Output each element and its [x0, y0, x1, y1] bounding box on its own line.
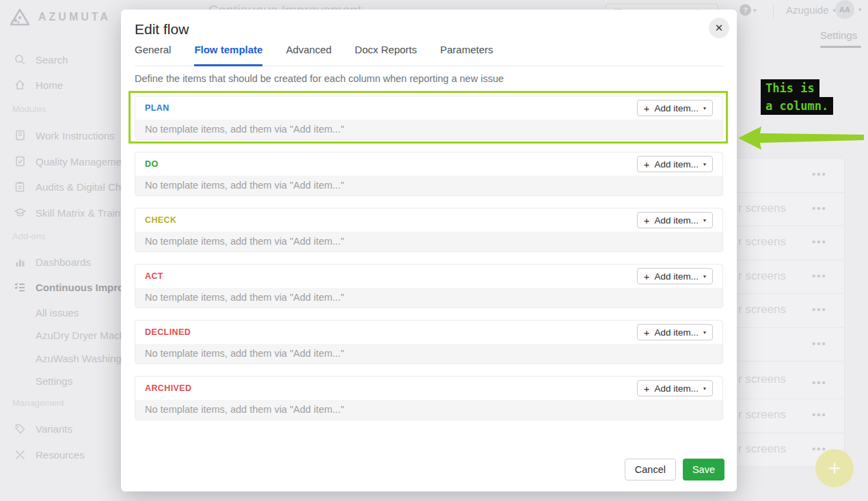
- empty-template-text: No template items, add them via "Add ite…: [135, 400, 722, 420]
- row-menu-icon[interactable]: •••: [812, 338, 827, 349]
- column-label: DECLINED: [145, 327, 191, 337]
- tab-general[interactable]: General: [135, 44, 171, 66]
- column-label: DO: [145, 159, 159, 169]
- add-item-label: Add item...: [654, 103, 699, 113]
- sidebar-item-work-instructions[interactable]: Work Instructions: [0, 128, 115, 143]
- row-menu-icon[interactable]: •••: [812, 303, 827, 315]
- empty-template-text: No template items, add them via "Add ite…: [135, 344, 722, 364]
- sidebar-item-dashboards[interactable]: Dashboards: [0, 254, 91, 269]
- row-menu-icon[interactable]: •••: [812, 270, 827, 282]
- column-label: ACT: [145, 271, 163, 281]
- modal-tabs: General Flow template Advanced Docx Repo…: [135, 44, 723, 66]
- brand-logo[interactable]: AZUMUTA: [10, 8, 111, 26]
- tab-flow-template[interactable]: Flow template: [194, 44, 262, 66]
- graduation-cap-icon: [14, 208, 26, 217]
- chevron-down-icon: ▾: [753, 7, 757, 14]
- sidebar-item-label: AzuWash Washing M: [36, 353, 133, 364]
- column-label: CHECK: [145, 215, 176, 225]
- sidebar-item-quality-management[interactable]: Quality Managemen: [0, 154, 127, 169]
- header-divider: [773, 5, 774, 18]
- brand-name: AZUMUTA: [38, 11, 111, 23]
- column-card-plan: PLAN +Add item...▾ No template items, ad…: [135, 96, 723, 140]
- add-item-button[interactable]: +Add item...▾: [637, 212, 713, 228]
- close-icon: ✕: [715, 22, 724, 34]
- row-label: r screens: [738, 408, 786, 422]
- column-card-archived: ARCHIVED +Add item...▾ No template items…: [135, 376, 723, 420]
- row-menu-icon[interactable]: •••: [812, 377, 827, 388]
- tools-icon: [14, 450, 26, 460]
- row-label: r screens: [738, 235, 786, 249]
- sidebar-item-label: Home: [36, 79, 63, 91]
- add-issue-fab[interactable]: +: [815, 449, 854, 487]
- add-item-button[interactable]: +Add item...▾: [637, 156, 713, 172]
- chevron-down-icon: ▾: [703, 217, 706, 224]
- user-menu[interactable]: AA ▾: [835, 0, 862, 19]
- sidebar-section-modules: Modules: [12, 104, 46, 114]
- chevron-down-icon: ▾: [703, 161, 706, 167]
- chevron-down-icon: ▾: [703, 105, 706, 111]
- sidebar-item-label: All issues: [36, 307, 79, 319]
- sidebar-item-all-issues[interactable]: All issues: [0, 305, 79, 320]
- tab-parameters[interactable]: Parameters: [440, 44, 493, 66]
- add-item-label: Add item...: [654, 215, 699, 226]
- azumuta-logo-icon: [10, 8, 30, 26]
- task-list-icon: [14, 282, 26, 292]
- row-menu-icon[interactable]: •••: [812, 236, 827, 247]
- plus-icon: +: [644, 159, 650, 170]
- empty-template-text: No template items, add them via "Add ite…: [135, 288, 722, 308]
- sidebar-item-skill-matrix[interactable]: Skill Matrix & Traini: [0, 205, 123, 220]
- sidebar-item-azudry[interactable]: AzuDry Dryer Machi: [0, 327, 127, 342]
- sidebar-item-label: Audits & Digital Che: [36, 181, 126, 193]
- empty-template-text: No template items, add them via "Add ite…: [135, 232, 722, 252]
- clipboard-icon: [14, 181, 26, 192]
- add-item-label: Add item...: [654, 383, 699, 394]
- row-menu-icon[interactable]: •••: [812, 202, 827, 214]
- annotation-arrow-icon: [737, 124, 864, 152]
- row-menu-icon[interactable]: •••: [812, 168, 827, 180]
- sidebar-item-search[interactable]: Search: [0, 52, 68, 67]
- sidebar-item-label: Search: [36, 54, 68, 66]
- add-item-button[interactable]: +Add item...▾: [637, 100, 713, 116]
- sidebar-item-label: Continuous Improv: [36, 282, 130, 293]
- sidebar-item-azuwash[interactable]: AzuWash Washing M: [0, 351, 133, 366]
- row-label: r screens: [738, 373, 786, 386]
- chevron-down-icon: ▾: [858, 6, 862, 13]
- plus-icon: +: [644, 103, 650, 113]
- tab-settings[interactable]: Settings: [820, 29, 857, 41]
- sidebar-item-resources[interactable]: Resources: [0, 447, 85, 462]
- home-icon: [14, 79, 26, 90]
- cancel-button[interactable]: Cancel: [625, 459, 676, 480]
- tab-settings-underline: [820, 46, 861, 48]
- add-item-button[interactable]: +Add item...▾: [637, 268, 713, 284]
- column-card-act: ACT +Add item...▾ No template items, add…: [135, 264, 723, 308]
- sidebar-item-audits[interactable]: Audits & Digital Che: [0, 179, 126, 194]
- edit-flow-modal: Edit flow ✕ General Flow template Advanc…: [121, 10, 737, 491]
- tab-docx-reports[interactable]: Docx Reports: [355, 44, 417, 66]
- row-label: r screens: [738, 442, 786, 456]
- azuguide-label: Azuguide: [786, 4, 829, 16]
- row-menu-icon[interactable]: •••: [812, 409, 827, 420]
- save-button[interactable]: Save: [683, 459, 724, 480]
- sidebar-item-label: Dashboards: [36, 256, 91, 268]
- plus-icon: +: [644, 271, 650, 282]
- add-item-label: Add item...: [654, 159, 699, 170]
- sidebar-item-variants[interactable]: Variants: [0, 421, 72, 436]
- sidebar-item-label: Resources: [36, 449, 85, 461]
- sidebar-item-settings[interactable]: Settings: [0, 373, 72, 388]
- add-item-button[interactable]: +Add item...▾: [637, 324, 713, 340]
- tab-advanced[interactable]: Advanced: [286, 44, 331, 66]
- sidebar-item-continuous-improvement[interactable]: Continuous Improv: [0, 280, 130, 295]
- row-label: r screens: [738, 303, 786, 316]
- sidebar-section-management: Management: [12, 398, 64, 408]
- add-item-button[interactable]: +Add item...▾: [637, 380, 713, 396]
- empty-template-text: No template items, add them via "Add ite…: [135, 176, 722, 195]
- close-button[interactable]: ✕: [709, 18, 729, 38]
- column-label: PLAN: [145, 103, 169, 113]
- azuguide-menu[interactable]: Azuguide ▾: [786, 4, 836, 16]
- chevron-down-icon: ▾: [703, 385, 706, 392]
- help-menu[interactable]: ? ▾: [740, 4, 757, 16]
- sidebar-item-label: Work Instructions: [36, 130, 115, 141]
- sidebar-item-home[interactable]: Home: [0, 77, 63, 92]
- annotation-callout: This is a column.: [761, 79, 833, 115]
- sidebar-item-label: Settings: [36, 375, 72, 387]
